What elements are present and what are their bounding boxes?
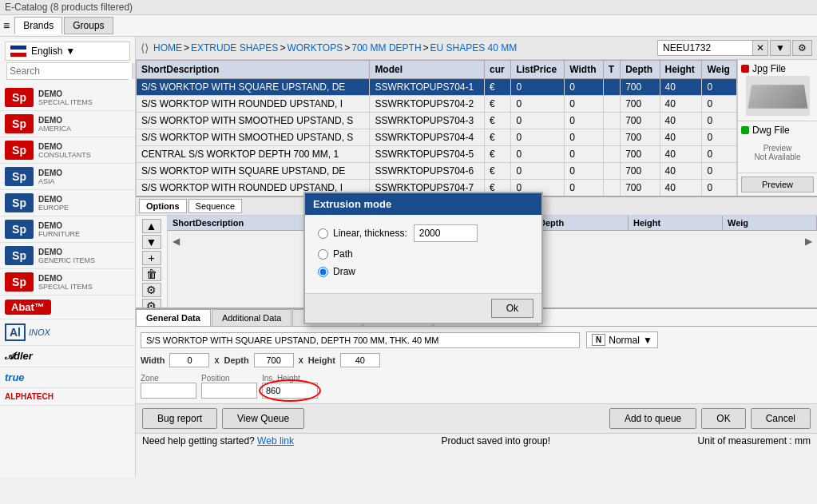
sidebar-item-demo-special[interactable]: Sp DEMOSPECIAL ITEMS xyxy=(0,85,135,111)
depth-input[interactable] xyxy=(254,353,294,367)
delete-button[interactable]: 🗑 xyxy=(142,267,161,281)
sidebar-item-name: DEMO xyxy=(38,116,71,125)
breadcrumb-home[interactable]: HOME xyxy=(153,42,182,54)
zone-input[interactable] xyxy=(141,383,196,399)
add-to-queue-button[interactable]: Add to queue xyxy=(609,408,696,429)
sidebar-item-demo-generic[interactable]: Sp DEMOGENERIC ITEMS xyxy=(0,243,135,269)
dwg-section: Dwg File PreviewNot Available xyxy=(738,121,817,173)
add-button[interactable]: + xyxy=(142,251,161,265)
sidebar-item-sub: SPECIAL ITEMS xyxy=(38,98,93,106)
extra-button[interactable]: ⚙ xyxy=(142,299,161,308)
draw-option-label[interactable]: Draw xyxy=(318,266,355,277)
position-input[interactable] xyxy=(201,383,257,399)
breadcrumb-depth[interactable]: 700 MM DEPTH xyxy=(351,42,421,54)
height-input[interactable] xyxy=(340,353,380,367)
cell-height: 40 xyxy=(660,146,702,163)
down-button[interactable]: ▼ xyxy=(142,235,161,249)
col-header-cur: cur xyxy=(485,61,511,79)
bug-report-button[interactable]: Bug report xyxy=(142,408,217,429)
top-bar: E-Catalog (8 products filtered) xyxy=(0,0,817,15)
ok-button[interactable]: OK xyxy=(701,408,745,429)
catalog-search-input[interactable] xyxy=(657,40,753,56)
cancel-button[interactable]: Cancel xyxy=(751,408,811,429)
tab-general-data[interactable]: General Data xyxy=(136,309,211,326)
col-header-height: Height xyxy=(660,61,702,79)
dimensions-row: Width x Depth x Height xyxy=(141,353,812,367)
cell-desc: S/S WORKTOP WITH SMOOTHED UPSTAND, S xyxy=(137,113,370,129)
filter-button[interactable]: ▼ xyxy=(770,40,791,56)
linear-option-label[interactable]: Linear, thickness: xyxy=(318,228,407,239)
sidebar-item-demo-america[interactable]: Sp DEMOAMERICA xyxy=(0,111,135,137)
search-clear-button[interactable]: ✕ xyxy=(753,40,768,56)
sidebar-item-true[interactable]: true xyxy=(0,367,135,388)
width-label: Width xyxy=(141,355,165,365)
jpg-section: Jpg File xyxy=(738,60,817,121)
up-button[interactable]: ▲ xyxy=(142,219,161,233)
true-logo-icon: true xyxy=(5,371,25,383)
groups-button[interactable]: Groups xyxy=(64,17,113,34)
left-controls: ▲ ▼ + 🗑 ⚙ ⚙ xyxy=(136,216,168,308)
table-row[interactable]: S/S WORKTOP WITH SMOOTHED UPSTAND, S SSW… xyxy=(137,129,737,146)
table-row[interactable]: S/S WORKTOP WITH SMOOTHED UPSTAND, S SSW… xyxy=(137,113,737,129)
breadcrumb-eu-shapes[interactable]: EU SHAPES 40 MM xyxy=(430,42,518,54)
unit-measurement: Unit of measurement : mm xyxy=(698,435,811,446)
tab-options[interactable]: Options xyxy=(139,199,187,213)
view-queue-button[interactable]: View Queue xyxy=(222,408,304,429)
sidebar-item-sub: CONSULTANTS xyxy=(38,151,91,159)
web-link[interactable]: Web link xyxy=(257,435,294,446)
product-table: ShortDescription Model cur ListPrice Wid… xyxy=(136,60,737,196)
sidebar-item-adler[interactable]: 𝒜dler xyxy=(0,346,135,367)
settings2-button[interactable]: ⚙ xyxy=(142,283,161,297)
scroll-right-icon: ▶ xyxy=(805,236,812,247)
table-row[interactable]: CENTRAL S/S WORKTOP DEPTH 700 MM, 1 SSWR… xyxy=(137,146,737,163)
brands-button[interactable]: Brands xyxy=(14,17,62,34)
thickness-input[interactable] xyxy=(414,224,478,242)
path-option-row: Path xyxy=(318,248,529,260)
inner-col-weig: Weig xyxy=(723,216,817,230)
cell-height: 40 xyxy=(660,79,702,96)
path-radio[interactable] xyxy=(318,249,328,260)
sidebar-item-demo-special2[interactable]: Sp DEMOSPECIAL ITEMS xyxy=(0,269,135,296)
sidebar-item-sub: GENERIC ITEMS xyxy=(38,256,95,264)
sidebar-item-al-inox[interactable]: Al INOX xyxy=(0,319,135,346)
n-badge: N xyxy=(592,334,605,346)
breadcrumb-worktops[interactable]: WORKTOPS xyxy=(287,42,343,54)
path-option-label[interactable]: Path xyxy=(318,248,353,260)
linear-radio[interactable] xyxy=(318,228,328,239)
cell-depth: 700 xyxy=(621,96,660,113)
draw-radio[interactable] xyxy=(318,267,328,277)
normal-dropdown[interactable]: N Normal ▼ xyxy=(586,331,658,348)
sidebar-item-alphatech[interactable]: ALPHATECH xyxy=(0,388,135,406)
modal-ok-button[interactable]: Ok xyxy=(491,299,533,318)
product-name-field[interactable] xyxy=(141,332,580,348)
ins-height-input[interactable] xyxy=(262,383,318,399)
table-row[interactable]: S/S WORKTOP WITH ROUNDED UPSTAND, I SSWR… xyxy=(137,96,737,113)
tab-sequence[interactable]: Sequence xyxy=(188,199,243,213)
cell-desc: S/S WORKTOP WITH SQUARE UPSTAND, DE xyxy=(137,163,370,180)
settings-button[interactable]: ⚙ xyxy=(792,40,812,56)
sidebar-item-demo-asia[interactable]: Sp DEMOASIA xyxy=(0,164,135,190)
breadcrumb-extrude[interactable]: EXTRUDE SHAPES xyxy=(191,42,278,54)
col-header-description: ShortDescription xyxy=(137,61,370,79)
sidebar-item-sub: SPECIAL ITEMS xyxy=(38,283,93,291)
preview-button[interactable]: Preview xyxy=(741,177,814,192)
app-title: E-Catalog (8 products filtered) xyxy=(5,2,133,13)
table-row[interactable]: S/S WORKTOP WITH SQUARE UPSTAND, DE SSWR… xyxy=(137,163,737,180)
sidebar-item-name: DEMO xyxy=(38,248,95,256)
width-input[interactable] xyxy=(169,353,209,367)
cell-depth: 700 xyxy=(621,180,660,196)
language-selector[interactable]: English ▼ xyxy=(5,42,130,61)
table-row[interactable]: S/S WORKTOP WITH SQUARE UPSTAND, DE SSWR… xyxy=(137,79,737,96)
sidebar-item-demo-furniture[interactable]: Sp DEMOFURNITURE xyxy=(0,216,135,243)
sidebar-item-demo-consultants[interactable]: Sp DEMOCONSULTANTS xyxy=(0,137,135,164)
cell-t xyxy=(603,180,620,196)
cell-height: 40 xyxy=(660,163,702,180)
search-input[interactable] xyxy=(7,63,132,79)
sidebar-item-demo-europe[interactable]: Sp DEMOEUROPE xyxy=(0,190,135,216)
cell-model: SSWRKTOPUPS704-3 xyxy=(370,113,485,129)
sidebar-item-abat[interactable]: Abat™ xyxy=(0,296,135,319)
tab-additional-data[interactable]: Additional Data xyxy=(212,309,292,326)
nav-icon: ≡ xyxy=(3,19,10,32)
language-label: English xyxy=(31,46,62,57)
cell-cur: € xyxy=(485,96,511,113)
